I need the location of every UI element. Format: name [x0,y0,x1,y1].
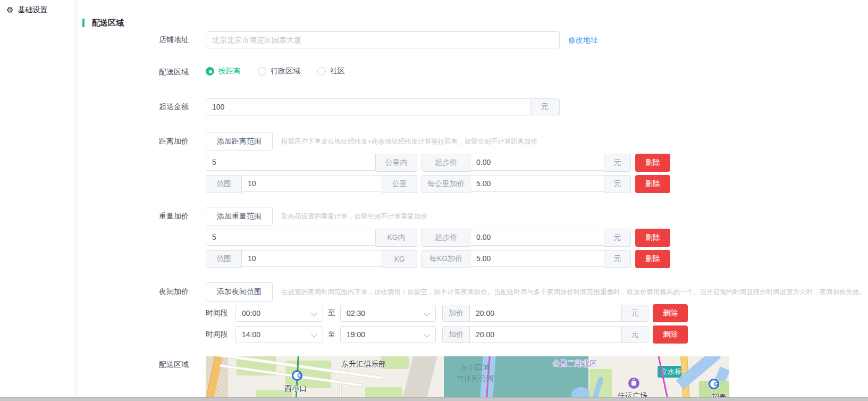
base-price-input[interactable] [470,229,604,246]
weight-range-row: KG内 起步价 元 删除 [206,229,670,247]
night-surcharge-input[interactable] [470,305,622,322]
distance-range-input[interactable] [206,154,376,171]
price-unit: 元 [622,326,648,343]
per-kg-price-prefix: 每KG加价 [422,250,470,268]
radio-dot-icon [317,67,326,76]
weight-surcharge-label: 重量加价 [76,207,189,221]
shop-address-row: 店铺地址 修改地址 [76,31,868,48]
time-to-select[interactable]: 02:30 [340,305,436,322]
min-order-group: 元 [206,98,560,115]
subway-station-icon: G [292,370,302,381]
base-price-prefix: 起步价 [422,154,470,172]
shop-address-label: 店铺地址 [76,31,189,45]
time-from-select[interactable]: 14:00 [235,326,323,343]
delete-button[interactable]: 删除 [635,175,670,193]
time-to-separator: 至 [323,308,340,318]
surcharge-prefix: 加价 [442,326,470,343]
per-kg-price-input[interactable] [470,250,604,267]
distance-range-unit: 公里内 [376,154,417,172]
per-km-price-input[interactable] [470,175,604,192]
sidebar-item-label: 基础设置 [18,5,47,15]
distance-range-row: 公里内 起步价 元 删除 [206,154,670,172]
radio-community[interactable]: 社区 [317,66,345,76]
price-unit: 元 [622,305,648,322]
night-time-row: 时间段 14:00 至 19:00 加价 元 删除 [206,325,866,344]
radio-dot-icon [258,67,266,76]
map-label-park-north: 公园二期北区 [552,359,597,369]
map-label-xixiaokou: 西小口 [284,384,307,394]
subway-station-icon: G [709,379,719,389]
distance-range-unit: 公里 [382,175,417,193]
per-km-price-prefix: 每公里加价 [422,175,470,193]
min-order-label: 起送金额 [76,98,189,112]
night-hint: 在设置的夜间时间范围内下单，加收费用！如留空，则不计算夜间加价。当配送时间与多个… [281,282,866,302]
range-prefix: 范围 [206,250,242,268]
weight-surcharge-row: 重量加价 添加重量范围 取商品设置的重量计算，如留空则不计算重量加价 KG内 起… [76,207,868,268]
map-label-park: 东小口城 市休闲公园 [457,362,494,384]
weight-range-row: 范围 KG 每KG加价 元 删除 [206,250,670,268]
base-price-input[interactable] [470,154,604,171]
distance-surcharge-row: 距离加价 添加距离范围 根据用户下单定位地址经纬度+商家地址经纬度计算骑行距离，… [76,132,868,193]
time-period-label: 时间段 [206,330,233,339]
surcharge-prefix: 加价 [442,305,470,322]
delivery-map-row: 配送区域 G 西小口 东升汇俱乐部 东小口城 市休闲公园 公园二期北区 [76,356,868,401]
section-header: 配送区域 [82,18,868,28]
delete-button[interactable]: 删除 [635,229,670,247]
distance-range-row: 范围 公里 每公里加价 元 删除 [206,175,670,193]
map-subway-line-pink [657,356,672,401]
distance-range-input[interactable] [242,175,382,192]
section-title: 配送区域 [92,18,124,28]
night-time-row: 时间段 00:00 至 02:30 加价 元 删除 [206,304,866,322]
area-type-radio-group: 按距离 行政区域 社区 [206,66,362,76]
shopping-bag-icon [628,378,639,389]
night-surcharge-label: 夜间加价 [76,282,189,297]
delete-button[interactable]: 删除 [653,325,688,344]
night-surcharge-row: 夜间加价 添加夜间范围 在设置的夜间时间范围内下单，加收费用！如留空，则不计算夜… [76,282,868,344]
area-type-row: 配送区域 按距离 行政区域 社区 [76,66,868,77]
map-label-club: 东升汇俱乐部 [341,360,386,369]
add-distance-range-button[interactable]: 添加距离范围 [206,132,273,151]
bottom-edge-bar [0,397,868,401]
min-order-unit: 元 [530,98,560,115]
radio-admin-region[interactable]: 行政区域 [258,66,300,76]
time-from-select[interactable]: 00:00 [235,305,323,322]
main-content: 配送区域 店铺地址 修改地址 配送区域 按距离 行政区域 社区 [76,0,868,401]
add-night-range-button[interactable]: 添加夜间范围 [206,282,273,302]
delivery-map-label: 配送区域 [76,356,189,370]
night-surcharge-input[interactable] [470,326,622,343]
delete-button[interactable]: 删除 [635,154,670,172]
radio-dot-icon [206,67,214,76]
distance-hint: 根据用户下单定位地址经纬度+商家地址经纬度计算骑行距离，如留空则不计算距离加价 [281,132,537,151]
price-unit: 元 [604,175,631,193]
weight-range-unit: KG [382,250,417,268]
sidebar: 基础设置 [0,0,76,401]
add-weight-range-button[interactable]: 添加重量范围 [206,207,273,226]
shop-address-input[interactable] [206,31,560,48]
time-to-separator: 至 [323,330,340,339]
radio-by-distance[interactable]: 按距离 [206,66,241,76]
delete-button[interactable]: 删除 [635,250,670,268]
gear-icon [6,5,18,15]
section-accent-bar [82,19,85,27]
area-type-label: 配送区域 [76,66,189,77]
sidebar-item-basic-settings[interactable]: 基础设置 [0,0,75,20]
weight-hint: 取商品设置的重量计算，如留空则不计算重量加价 [281,207,427,226]
delete-button[interactable]: 删除 [653,304,688,322]
range-prefix: 范围 [206,175,242,193]
min-order-row: 起送金额 元 [76,98,868,115]
price-unit: 元 [604,154,631,172]
weight-range-input[interactable] [242,250,382,267]
edit-address-link[interactable]: 修改地址 [568,31,598,48]
time-to-select[interactable]: 19:00 [340,326,436,343]
delivery-area-map[interactable]: G 西小口 东升汇俱乐部 东小口城 市休闲公园 公园二期北区 佳运广场 立水桥 [206,356,729,401]
price-unit: 元 [604,229,631,247]
base-price-prefix: 起步价 [422,229,470,247]
weight-range-input[interactable] [206,229,376,246]
distance-surcharge-label: 距离加价 [76,132,189,146]
weight-range-unit: KG内 [376,229,417,247]
min-order-input[interactable] [206,98,530,115]
price-unit: 元 [604,250,631,268]
time-period-label: 时间段 [206,308,233,318]
